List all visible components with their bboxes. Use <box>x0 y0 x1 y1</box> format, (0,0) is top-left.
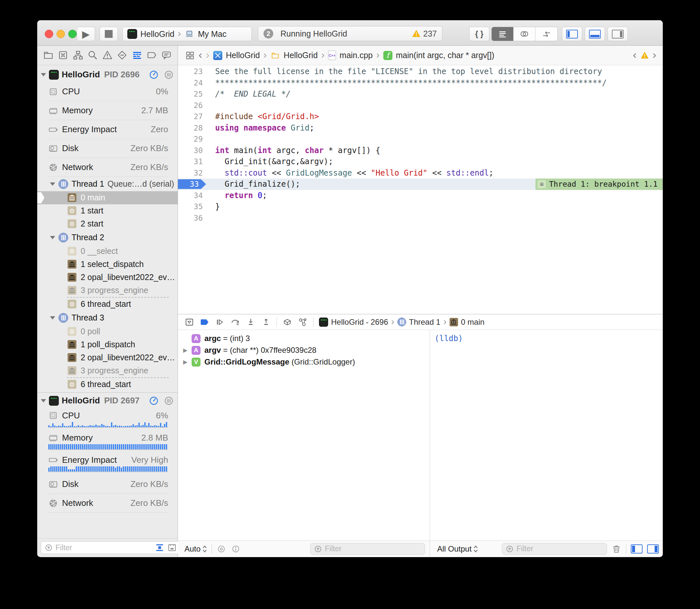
related-items-icon[interactable] <box>185 51 195 60</box>
toggle-navigator-button[interactable] <box>562 27 582 41</box>
debug-navigator-icon[interactable] <box>132 50 142 60</box>
run-button[interactable]: ▶ <box>77 27 95 41</box>
breakpoint-badge[interactable]: 33 <box>178 179 206 189</box>
stack-frame-row[interactable]: 1 select_dispatch <box>37 258 177 271</box>
test-navigator-icon[interactable] <box>117 50 127 60</box>
back-button[interactable]: ‹ <box>199 49 202 60</box>
stat-row-network[interactable]: Network Zero KB/s <box>37 494 177 513</box>
clear-console-icon[interactable] <box>612 544 621 554</box>
line-number[interactable]: 31 <box>178 157 206 166</box>
toggle-variables-view-icon[interactable] <box>631 544 643 554</box>
project-navigator-icon[interactable] <box>43 50 53 60</box>
variable-scope-dropdown[interactable]: Auto <box>185 544 207 554</box>
hide-debug-area-icon[interactable] <box>185 317 194 327</box>
line-number[interactable]: 27 <box>178 112 206 121</box>
stack-frame-row[interactable]: ⚙6 thread_start <box>37 298 177 311</box>
continue-icon[interactable] <box>215 317 225 327</box>
thread-header[interactable]: Thread 2 <box>37 230 177 245</box>
warning-icon[interactable] <box>412 29 421 38</box>
filter-input[interactable] <box>516 544 582 553</box>
zoom-button[interactable] <box>68 30 77 38</box>
debug-view-hierarchy-icon[interactable] <box>283 317 292 327</box>
step-into-icon[interactable] <box>246 317 256 327</box>
quicklook-icon[interactable] <box>217 544 226 554</box>
navigator-filter-field[interactable] <box>41 541 192 554</box>
stack-frame-row[interactable]: 2 opal_libevent2022_ev… <box>37 271 177 284</box>
next-issue-button[interactable]: › <box>653 49 656 60</box>
stat-row-network[interactable]: Network Zero KB/s <box>37 158 177 177</box>
issue-warning-icon[interactable] <box>641 51 649 59</box>
source-editor[interactable]: 23See the full license in the file "LICE… <box>178 65 663 314</box>
thread-header[interactable]: Thread 3 <box>37 311 177 325</box>
step-out-icon[interactable] <box>261 317 271 327</box>
stack-frame-row[interactable]: 1 poll_dispatch <box>37 338 177 351</box>
minimize-button[interactable] <box>56 30 65 38</box>
source-control-navigator-icon[interactable] <box>58 50 68 60</box>
stat-row-energy[interactable]: Energy Impact Very High <box>37 453 177 475</box>
line-number[interactable]: 35 <box>178 202 206 211</box>
standard-editor-button[interactable] <box>492 27 514 41</box>
find-navigator-icon[interactable] <box>87 50 98 60</box>
warning-count[interactable]: 237 <box>423 29 437 38</box>
assistant-editor-button[interactable] <box>514 27 535 41</box>
code-review-button[interactable]: { } <box>469 27 490 41</box>
performance-gauge-icon[interactable] <box>149 70 159 80</box>
disclosure-triangle-icon[interactable] <box>41 73 46 76</box>
variables-filter-field[interactable] <box>310 543 425 555</box>
activity-viewer[interactable]: 2 Running HelloGrid 237 <box>258 26 442 41</box>
line-number[interactable]: 34 <box>178 191 206 200</box>
info-icon[interactable] <box>231 544 241 554</box>
step-over-icon[interactable] <box>231 317 240 327</box>
stat-row-memory[interactable]: Memory 2.7 MB <box>37 101 177 120</box>
stack-frame-row[interactable]: 2 opal_libevent2022_ev… <box>37 351 177 364</box>
line-number[interactable]: 36 <box>178 214 206 222</box>
crumb-project[interactable]: HelloGrid <box>226 51 260 60</box>
stack-frame-row[interactable]: ⚙0 poll <box>37 325 177 338</box>
previous-issue-button[interactable]: ‹ <box>633 49 636 60</box>
disclosure-triangle-icon[interactable] <box>50 316 55 319</box>
variable-row[interactable]: ▶VGrid::GridLogMessage (Grid::GridLogger… <box>178 356 430 368</box>
issue-navigator-icon[interactable] <box>102 50 113 60</box>
line-number[interactable]: 29 <box>178 135 206 143</box>
disclosure-triangle-icon[interactable]: ▶ <box>183 359 192 366</box>
version-editor-button[interactable] <box>535 27 557 41</box>
symbol-navigator-icon[interactable] <box>73 50 83 60</box>
debug-memory-graph-icon[interactable] <box>298 317 308 327</box>
line-number[interactable]: 28 <box>178 124 206 132</box>
crumb-symbol[interactable]: main(int argc, char * argv[]) <box>396 51 495 60</box>
variable-row[interactable]: Aargc = (int) 3 <box>178 333 430 344</box>
stat-row-energy[interactable]: Energy Impact Zero <box>37 120 177 139</box>
filter-input[interactable] <box>325 544 390 553</box>
thread-header[interactable]: Thread 1Queue:…d (serial) <box>37 177 177 191</box>
stat-row-cpu[interactable]: CPU 0% <box>37 82 177 101</box>
scheme-selector[interactable]: HelloGrid › My Mac <box>122 27 252 41</box>
disclosure-triangle-icon[interactable] <box>50 236 55 239</box>
breakpoints-enabled-icon[interactable] <box>200 317 210 327</box>
console-view[interactable]: (lldb) <box>430 330 663 540</box>
crumb-file[interactable]: main.cpp <box>340 51 373 60</box>
toggle-inspector-button[interactable] <box>608 27 628 41</box>
filter-input[interactable] <box>55 543 152 552</box>
stack-frame-row[interactable]: 0 main <box>37 191 177 204</box>
crumb-process[interactable]: HelloGrid - 2696 <box>331 317 388 327</box>
stack-frame-row[interactable]: ⚙0 __select <box>37 245 177 258</box>
line-number[interactable]: 32 <box>178 169 206 177</box>
stat-row-memory[interactable]: Memory 2.8 MB <box>37 431 177 453</box>
line-number[interactable]: 23 <box>178 67 206 76</box>
stat-row-cpu[interactable]: CPU 6% <box>37 408 177 431</box>
forward-button[interactable]: › <box>206 49 209 60</box>
report-navigator-icon[interactable] <box>161 50 172 60</box>
toggle-debug-area-button[interactable] <box>585 27 605 41</box>
stack-frame-row[interactable]: ⚙6 thread_start <box>37 378 177 391</box>
stack-frame-row[interactable]: 3 progress_engine <box>37 364 177 377</box>
disclosure-triangle-icon[interactable]: ▶ <box>183 347 192 354</box>
pause-process-icon[interactable] <box>164 70 174 80</box>
pause-process-icon[interactable] <box>164 396 174 406</box>
crumb-group[interactable]: HelloGrid <box>284 51 318 60</box>
stack-frame-row[interactable]: 3 progress_engine <box>37 284 177 297</box>
disclosure-triangle-icon[interactable] <box>50 182 55 186</box>
console-filter-field[interactable] <box>502 543 607 555</box>
line-number[interactable]: 30 <box>178 146 206 155</box>
disclosure-triangle-icon[interactable] <box>41 399 46 402</box>
stop-button[interactable] <box>100 27 118 41</box>
